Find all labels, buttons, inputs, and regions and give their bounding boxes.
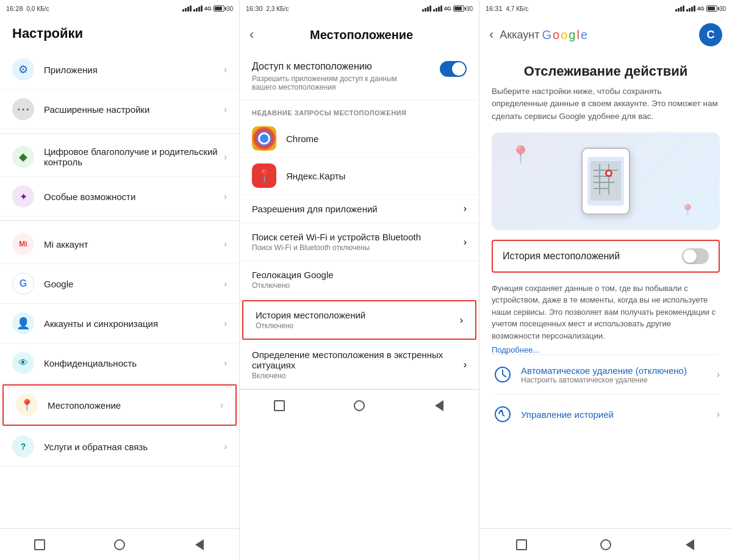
svg-line-11 xyxy=(503,375,506,377)
location-chevron: › xyxy=(220,400,223,410)
signal-icon-4 xyxy=(433,5,442,12)
p2-item-google-location[interactable]: Геолокация Google Отключено xyxy=(240,261,479,299)
wifi-scan-chevron: › xyxy=(464,237,467,248)
settings-item-mi[interactable]: Mi Mi аккаунт › xyxy=(0,224,239,264)
settings-item-advanced[interactable]: ⋯ Расширенные настройки › xyxy=(0,90,239,129)
google-label: Google xyxy=(44,279,224,289)
google-location-sub: Отключено xyxy=(252,281,467,290)
settings-title: Настройки xyxy=(0,17,239,50)
status-time-3: 16:31 xyxy=(486,5,503,12)
history-description: Функция сохраняет данные о том, где вы п… xyxy=(492,282,720,342)
auto-delete-icon xyxy=(492,364,514,386)
yandex-icon: 📍 xyxy=(252,163,276,188)
nav-back-1[interactable] xyxy=(190,535,209,555)
apps-chevron: › xyxy=(224,65,227,74)
location-label: Местоположение xyxy=(48,400,220,411)
accessibility-icon: ✦ xyxy=(12,185,34,207)
p2-item-emergency[interactable]: Определение местоположения в экстренных … xyxy=(240,341,479,389)
location-toggle[interactable] xyxy=(440,61,467,77)
panel-location: 16:30 2,3 КБ/с 4G 30 ‹ Местоположени xyxy=(240,0,479,560)
nav-circle-2[interactable] xyxy=(350,396,369,415)
google-location-title: Геолокация Google xyxy=(252,270,467,280)
panel2-header: ‹ Местоположение xyxy=(240,17,479,52)
network-4g-2: 4G xyxy=(444,5,451,12)
nav-circle-3[interactable] xyxy=(596,535,615,555)
status-bar-1: 16:28 0,0 КБ/с 4G 30 xyxy=(0,0,239,17)
settings-item-apps[interactable]: ⚙ Приложения › xyxy=(0,50,239,90)
settings-item-privacy[interactable]: 👁 Конфиденциальность › xyxy=(0,343,239,383)
pin-icon-left: 📍 xyxy=(510,145,531,165)
chrome-icon xyxy=(252,126,276,151)
settings-item-accessibility[interactable]: ✦ Особые возможности › xyxy=(0,177,239,217)
digital-label: Цифровое благополучие и родительский кон… xyxy=(44,146,224,167)
nav-back-3[interactable] xyxy=(680,535,700,555)
digital-chevron: › xyxy=(224,152,227,162)
activity-tracking-title: Отслеживание действий xyxy=(492,52,720,85)
p2-item-app-permissions[interactable]: Разрешения для приложений › xyxy=(240,195,479,223)
emergency-sub: Включено xyxy=(252,372,464,380)
phone-illustration xyxy=(581,148,630,215)
panel3-content: Отслеживание действий Выберите настройки… xyxy=(479,52,732,528)
nav-square-1[interactable] xyxy=(30,535,49,555)
auto-delete-texts: Автоматическое удаление (отключено) Наст… xyxy=(521,365,717,384)
back-button-3[interactable]: ‹ xyxy=(489,27,493,43)
p3-item-auto-delete[interactable]: Автоматическое удаление (отключено) Наст… xyxy=(492,354,720,394)
nav-back-2[interactable] xyxy=(429,396,449,415)
back-button-2[interactable]: ‹ xyxy=(249,27,254,43)
history-svg xyxy=(494,406,511,423)
battery-pct-2: 30 xyxy=(466,5,473,12)
recent-requests-label: НЕДАВНИЕ ЗАПРОСЫ МЕСТОПОЛОЖЕНИЯ xyxy=(240,101,479,120)
location-title: Местоположение xyxy=(254,28,469,42)
svg-rect-0 xyxy=(590,161,621,201)
history-toggle-switch[interactable] xyxy=(682,248,709,264)
signal-icon-1 xyxy=(182,5,192,12)
auto-delete-sub: Настроить автоматическое удаление xyxy=(521,376,717,384)
battery-icon-1 xyxy=(214,5,224,12)
emergency-chevron: › xyxy=(464,359,467,370)
nav-square-3[interactable] xyxy=(512,535,531,555)
panel-settings: 16:28 0,0 КБ/с 4G 30 Настройки xyxy=(0,0,240,560)
location-toggle-texts: Доступ к местоположению Разрешить прилож… xyxy=(252,61,398,92)
p3-item-manage-history[interactable]: Управление историей › xyxy=(492,394,720,434)
settings-item-digital[interactable]: ◆ Цифровое благополучие и родительский к… xyxy=(0,137,239,177)
battery-pct-1: 30 xyxy=(226,5,233,12)
settings-item-services[interactable]: ? Услуги и обратная связь › xyxy=(0,427,239,467)
advanced-label: Расширенные настройки xyxy=(44,104,224,115)
settings-item-location[interactable]: 📍 Местоположение › xyxy=(2,384,237,426)
settings-item-accounts[interactable]: 👤 Аккаунты и синхронизация › xyxy=(0,304,239,343)
nav-circle-1[interactable] xyxy=(110,535,129,555)
accounts-chevron: › xyxy=(224,318,227,328)
apps-label: Приложения xyxy=(44,65,224,75)
location-access-title: Доступ к местоположению xyxy=(252,61,398,72)
clock-svg xyxy=(494,366,511,383)
network-4g: 4G xyxy=(204,5,212,12)
account-label: Аккаунт xyxy=(500,29,539,41)
network-4g-3: 4G xyxy=(697,5,705,12)
p2-item-wifi-scan[interactable]: Поиск сетей Wi-Fi и устройств Bluetooth … xyxy=(240,223,479,261)
divider-2 xyxy=(0,220,239,221)
pin-icon-right: 📍 xyxy=(680,203,695,218)
app-permissions-title: Разрешения для приложений xyxy=(252,204,464,214)
services-chevron: › xyxy=(224,442,227,451)
signal-icon-5 xyxy=(675,5,684,12)
auto-delete-title: Автоматическое удаление (отключено) xyxy=(521,365,717,376)
nav-bar-2 xyxy=(240,389,479,421)
divider-1 xyxy=(0,133,239,134)
app-item-yandex: 📍 Яндекс.Карты xyxy=(240,157,479,195)
nav-bar-3 xyxy=(479,528,732,560)
avatar[interactable]: С xyxy=(699,23,722,46)
manage-history-chevron: › xyxy=(717,409,720,420)
location-access-section: Доступ к местоположению Разрешить прилож… xyxy=(240,52,479,101)
nav-square-2[interactable] xyxy=(270,396,289,415)
learn-more-link[interactable]: Подробнее... xyxy=(492,345,720,354)
advanced-chevron: › xyxy=(224,104,227,114)
panel-google-account: 16:31 4,7 КБ/с 4G 30 ‹ Аккаунт xyxy=(479,0,732,560)
location-icon: 📍 xyxy=(16,394,38,416)
status-time-1: 16:28 xyxy=(6,5,23,12)
google-icon: G xyxy=(12,273,34,295)
manage-history-texts: Управление историей xyxy=(521,409,717,420)
mi-icon: Mi xyxy=(12,233,34,255)
privacy-icon: 👁 xyxy=(12,352,34,374)
settings-item-google[interactable]: G Google › xyxy=(0,264,239,304)
p2-item-history[interactable]: История местоположений Отключено › xyxy=(242,300,476,340)
